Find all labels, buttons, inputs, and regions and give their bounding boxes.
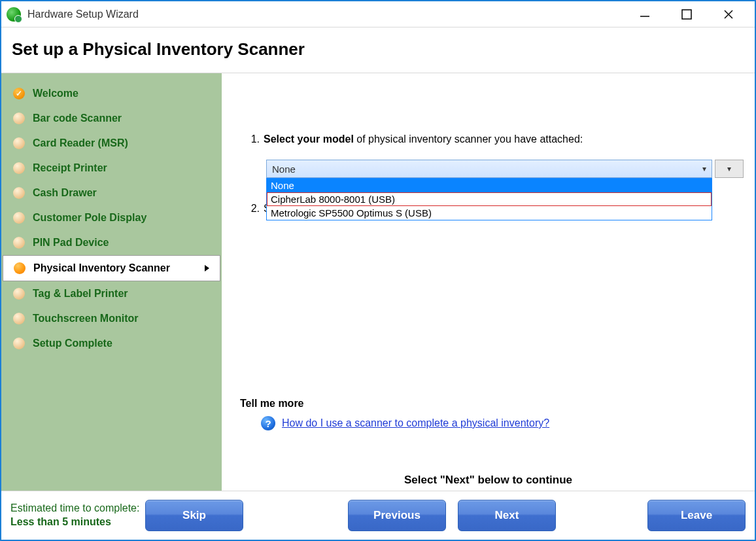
wizard-window: Hardware Setup Wizard Set up a Physical …: [0, 0, 756, 541]
step-touchscreen-monitor[interactable]: Touchscreen Monitor: [1, 306, 222, 331]
instruction-bold: Select your model: [264, 133, 354, 145]
scanner-model-dropdown[interactable]: None CipherLab 8000-8001 (USB) Metrologi…: [266, 178, 712, 220]
bullet-icon: [13, 212, 25, 224]
option-none[interactable]: None: [267, 179, 712, 192]
estimated-time: Estimated time to complete: Less than 5 …: [10, 502, 139, 529]
maximize-button[interactable]: [679, 7, 695, 22]
bullet-icon: [13, 288, 25, 300]
app-icon: [7, 7, 21, 22]
step-label: Receipt Printer: [33, 162, 107, 174]
window-title: Hardware Setup Wizard: [27, 9, 139, 20]
step-card-reader[interactable]: Card Reader (MSR): [1, 131, 222, 156]
chevron-down-icon: ▾: [727, 164, 731, 173]
bullet-icon: [13, 338, 25, 349]
step-label: Cash Drawer: [33, 187, 97, 199]
scanner-model-select-row: None ▾ ▾: [266, 160, 744, 178]
instruction-number: 2.: [247, 203, 260, 215]
step-label: Touchscreen Monitor: [33, 313, 139, 324]
bullet-icon: [13, 137, 25, 149]
step-pole-display[interactable]: Customer Pole Display: [1, 205, 222, 230]
wizard-page-content: 1. Select your model of physical invento…: [222, 73, 755, 491]
step-label: PIN Pad Device: [33, 237, 109, 249]
step-cash-drawer[interactable]: Cash Drawer: [1, 181, 222, 205]
bullet-icon: [13, 113, 25, 124]
instruction-number: 1.: [247, 133, 260, 145]
step-barcode-scanner[interactable]: Bar code Scanner: [1, 106, 222, 131]
minimize-button[interactable]: [637, 7, 653, 22]
step-label: Customer Pole Display: [33, 212, 146, 224]
window-controls: [637, 7, 749, 22]
step-setup-complete[interactable]: Setup Complete: [1, 331, 222, 356]
title-bar: Hardware Setup Wizard: [1, 1, 755, 27]
select-value: None: [272, 164, 296, 175]
wizard-steps-sidebar: Welcome Bar code Scanner Card Reader (MS…: [1, 73, 222, 491]
step-tag-label-printer[interactable]: Tag & Label Printer: [1, 281, 222, 306]
step-label: Card Reader (MSR): [33, 137, 128, 149]
option-metrologic[interactable]: Metrologic SP5500 Optimus S (USB): [267, 206, 712, 220]
svg-rect-1: [682, 10, 691, 19]
help-icon: ?: [261, 416, 275, 430]
chevron-right-icon: [205, 265, 209, 271]
step-receipt-printer[interactable]: Receipt Printer: [1, 156, 222, 181]
check-icon: [13, 88, 25, 99]
step-label: Tag & Label Printer: [33, 288, 128, 300]
tell-me-more-heading: Tell me more: [240, 398, 304, 410]
wizard-body: Welcome Bar code Scanner Card Reader (MS…: [1, 73, 755, 491]
instruction-text: of physical inventory scanner you have a…: [354, 133, 583, 145]
leave-button[interactable]: Leave: [647, 500, 746, 531]
step-label: Welcome: [33, 88, 78, 99]
instruction-1: 1. Select your model of physical invento…: [247, 133, 583, 145]
bullet-icon: [13, 162, 25, 174]
step-physical-inventory-scanner[interactable]: Physical Inventory Scanner: [3, 255, 220, 281]
option-cipherlab[interactable]: CipherLab 8000-8001 (USB): [267, 192, 712, 206]
page-title: Set up a Physical Inventory Scanner: [12, 39, 744, 60]
step-label: Setup Complete: [33, 338, 112, 349]
bullet-icon: [13, 237, 25, 249]
eta-value: Less than 5 minutes: [10, 515, 139, 529]
next-button[interactable]: Next: [458, 500, 556, 531]
scanner-model-select[interactable]: None ▾: [266, 160, 712, 178]
step-label: Bar code Scanner: [33, 113, 122, 124]
bullet-icon: [13, 313, 25, 324]
previous-button[interactable]: Previous: [348, 500, 446, 531]
bullet-current-icon: [14, 262, 26, 274]
wizard-footer: Estimated time to complete: Less than 5 …: [1, 491, 755, 540]
step-welcome[interactable]: Welcome: [1, 81, 222, 106]
chevron-down-icon: ▾: [702, 164, 706, 173]
step-label: Physical Inventory Scanner: [33, 262, 170, 274]
continue-hint: Select "Next" below to continue: [222, 474, 755, 487]
skip-button[interactable]: Skip: [145, 500, 243, 531]
help-link-row: ? How do I use a scanner to complete a p…: [261, 416, 549, 430]
bullet-icon: [13, 187, 25, 199]
step-pin-pad[interactable]: PIN Pad Device: [1, 230, 222, 255]
help-link[interactable]: How do I use a scanner to complete a phy…: [282, 417, 549, 429]
page-heading-area: Set up a Physical Inventory Scanner: [1, 27, 755, 73]
eta-label: Estimated time to complete:: [10, 502, 139, 515]
scanner-model-aux-button[interactable]: ▾: [715, 160, 744, 178]
close-button[interactable]: [721, 7, 736, 22]
